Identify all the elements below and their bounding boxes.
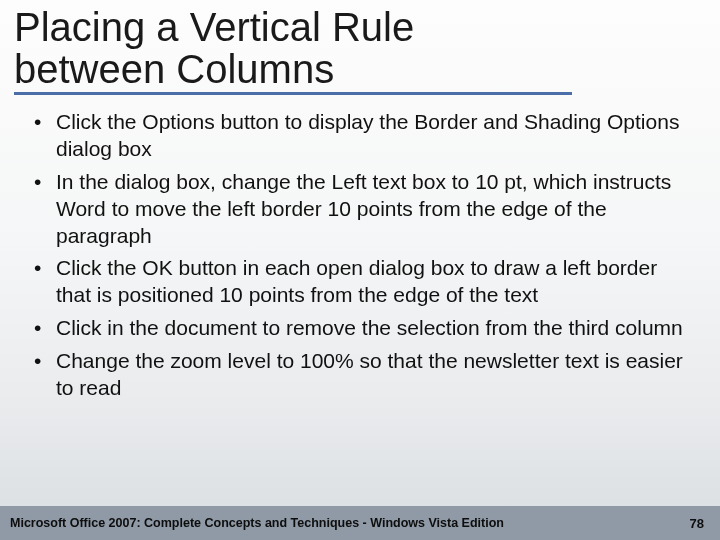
body-content: Click the Options button to display the … xyxy=(0,95,720,402)
title-container: Placing a Vertical Rule between Columns xyxy=(0,0,720,95)
list-item: Change the zoom level to 100% so that th… xyxy=(30,348,690,402)
list-item: Click the OK button in each open dialog … xyxy=(30,255,690,309)
page-title: Placing a Vertical Rule between Columns xyxy=(14,6,572,95)
page-number: 78 xyxy=(690,516,704,531)
list-item: In the dialog box, change the Left text … xyxy=(30,169,690,250)
list-item: Click the Options button to display the … xyxy=(30,109,690,163)
list-item: Click in the document to remove the sele… xyxy=(30,315,690,342)
footer-bar: Microsoft Office 2007: Complete Concepts… xyxy=(0,506,720,540)
slide: Placing a Vertical Rule between Columns … xyxy=(0,0,720,540)
bullet-list: Click the Options button to display the … xyxy=(30,109,690,402)
footer-text: Microsoft Office 2007: Complete Concepts… xyxy=(10,516,504,530)
